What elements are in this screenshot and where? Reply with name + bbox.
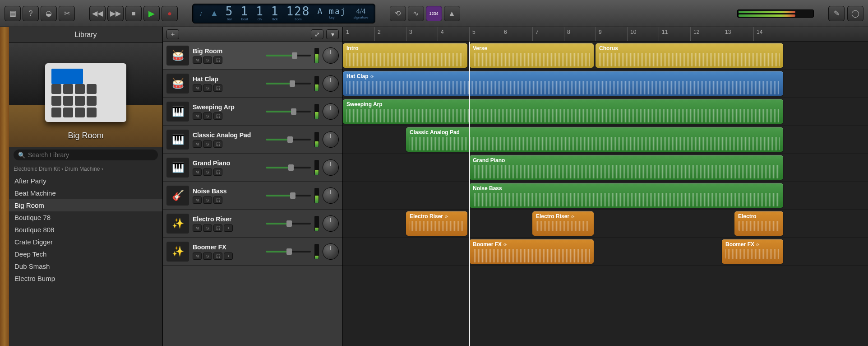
freeze-button[interactable]: • (224, 224, 233, 232)
region[interactable]: Electro (734, 211, 783, 236)
ruler-mark[interactable]: 3 (406, 27, 438, 41)
solo-button[interactable]: S (203, 252, 212, 260)
cycle-button[interactable]: ⟲ (390, 6, 406, 21)
ruler-mark[interactable]: 10 (627, 27, 659, 41)
region[interactable]: Boomer FX⟳ (722, 239, 783, 264)
library-item[interactable]: After Party (9, 175, 162, 187)
mute-button[interactable]: M (193, 140, 202, 148)
lcd-tick[interactable]: 1 (271, 5, 279, 17)
solo-button[interactable]: S (203, 56, 212, 64)
solo-button[interactable]: S (203, 84, 212, 92)
ruler-mark[interactable]: 6 (501, 27, 532, 41)
track-view-button[interactable]: ⤢ (311, 29, 323, 39)
lcd-key[interactable]: A maj (317, 7, 346, 15)
library-toggle-button[interactable]: ▤ (5, 6, 21, 21)
track-row[interactable]: 🎹Grand PianoMS🎧 (163, 154, 342, 182)
solo-button[interactable]: S (203, 196, 212, 204)
pan-knob[interactable] (323, 47, 339, 64)
library-breadcrumb[interactable]: Electronic Drum Kit › Drum Machine › (9, 163, 162, 175)
play-button[interactable]: ▶ (143, 6, 160, 21)
pan-knob[interactable] (323, 215, 339, 232)
region[interactable]: Electro Riser⟳ (406, 211, 467, 236)
track-row[interactable]: 🥁Big RoomMS🎧 (163, 42, 342, 70)
mute-button[interactable]: M (193, 84, 202, 92)
monitor-button[interactable]: 🎧 (213, 224, 222, 232)
solo-button[interactable]: S (203, 224, 212, 232)
library-item[interactable]: Big Room (9, 199, 162, 211)
volume-slider[interactable] (266, 164, 311, 172)
pan-knob[interactable] (323, 103, 339, 120)
stop-button[interactable]: ■ (125, 6, 142, 21)
library-search[interactable]: 🔍 (14, 150, 158, 160)
lcd-display[interactable]: ♪ ▲ 5bar 1beat 1div 1tick 128bpm A majke… (192, 4, 375, 23)
track-filter-button[interactable]: ▾ (326, 29, 339, 39)
mute-button[interactable]: M (193, 252, 202, 260)
ruler-mark[interactable]: 5 (469, 27, 501, 41)
solo-button[interactable]: S (203, 168, 212, 176)
mute-button[interactable]: M (193, 224, 202, 232)
monitor-button[interactable]: 🎧 (213, 84, 222, 92)
library-item[interactable]: Boutique 808 (9, 224, 162, 236)
pan-knob[interactable] (323, 187, 339, 204)
pan-knob[interactable] (323, 75, 339, 92)
track-row[interactable]: 🎹Sweeping ArpMS🎧 (163, 98, 342, 126)
rewind-button[interactable]: ◀◀ (89, 6, 106, 21)
editors-button[interactable]: ✂ (59, 6, 75, 21)
region[interactable]: Sweeping Arp (343, 99, 783, 124)
track-row[interactable]: 🥁Hat ClapMS🎧 (163, 70, 342, 98)
library-item[interactable]: Beat Machine (9, 187, 162, 199)
search-input[interactable] (28, 151, 153, 159)
library-item[interactable]: Dub Smash (9, 260, 162, 272)
library-item[interactable]: Electro Bump (9, 272, 162, 285)
metronome-button[interactable]: ▲ (444, 6, 460, 21)
region[interactable]: Grand Piano (469, 155, 783, 180)
region[interactable]: Verse (469, 43, 594, 68)
lcd-bpm[interactable]: 128 (286, 5, 310, 17)
notepad-button[interactable]: ✎ (828, 6, 845, 21)
timeline-ruler[interactable]: 1234567891011121314 (343, 27, 868, 42)
ruler-mark[interactable]: 8 (564, 27, 596, 41)
ruler-mark[interactable]: 14 (753, 27, 785, 41)
playhead[interactable] (469, 42, 470, 346)
monitor-button[interactable]: 🎧 (213, 140, 222, 148)
loop-browser-button[interactable]: ◯ (847, 6, 863, 21)
mute-button[interactable]: M (193, 56, 202, 64)
volume-slider[interactable] (266, 248, 311, 256)
ruler-mark[interactable]: 13 (722, 27, 753, 41)
tuner-button[interactable]: ∿ (408, 6, 424, 21)
volume-slider[interactable] (266, 79, 311, 88)
ruler-mark[interactable]: 4 (438, 27, 469, 41)
freeze-button[interactable]: • (224, 252, 233, 260)
smart-controls-button[interactable]: ◒ (41, 6, 57, 21)
master-volume-meter[interactable] (737, 9, 814, 18)
region[interactable]: Electro Riser⟳ (532, 211, 594, 236)
track-row[interactable]: 🎹Classic Analog PadMS🎧 (163, 126, 342, 154)
volume-slider[interactable] (266, 220, 311, 228)
mute-button[interactable]: M (193, 112, 202, 120)
ruler-mark[interactable]: 12 (690, 27, 722, 41)
monitor-button[interactable]: 🎧 (213, 252, 222, 260)
solo-button[interactable]: S (203, 112, 212, 120)
help-button[interactable]: ? (23, 6, 39, 21)
region[interactable]: Noise Bass (469, 183, 783, 208)
library-item[interactable]: Boutique 78 (9, 211, 162, 224)
add-track-button[interactable]: ＋ (166, 29, 179, 39)
ruler-mark[interactable]: 9 (596, 27, 627, 41)
ruler-mark[interactable]: 11 (659, 27, 690, 41)
library-item[interactable]: Crate Digger (9, 236, 162, 248)
lcd-signature[interactable]: 4/4 (356, 7, 365, 15)
monitor-button[interactable]: 🎧 (213, 168, 222, 176)
ruler-mark[interactable]: 1 (343, 27, 374, 41)
arrange-row[interactable] (343, 238, 868, 266)
lcd-bar[interactable]: 5 (226, 5, 234, 17)
region[interactable]: Classic Analog Pad (406, 127, 783, 152)
record-button[interactable]: ● (162, 6, 178, 21)
mute-button[interactable]: M (193, 168, 202, 176)
lcd-div[interactable]: 1 (256, 5, 264, 17)
pan-knob[interactable] (323, 243, 339, 260)
region[interactable]: Hat Clap⟳ (343, 71, 783, 96)
arrange-area[interactable]: IntroVerseChorusHat Clap⟳Sweeping ArpCla… (343, 42, 868, 346)
track-row[interactable]: 🎸Noise BassMS🎧 (163, 182, 342, 210)
forward-button[interactable]: ▶▶ (107, 6, 124, 21)
volume-slider[interactable] (266, 108, 311, 116)
